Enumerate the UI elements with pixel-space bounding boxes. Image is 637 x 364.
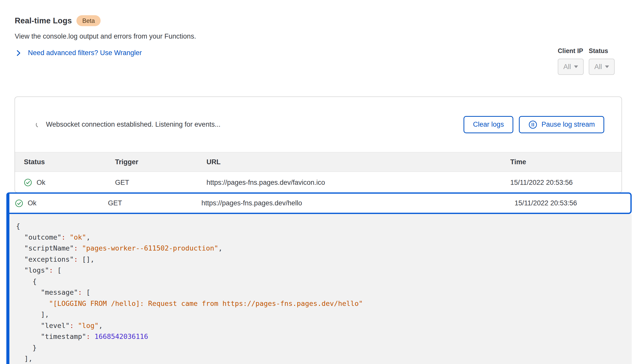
- log-row-hello[interactable]: Ok GET https://pages-fns.pages.dev/hello…: [9, 192, 632, 214]
- filter-client-ip-label: Client IP: [558, 47, 584, 55]
- clear-logs-label: Clear logs: [473, 121, 504, 128]
- row-url: https://pages-fns.pages.dev/hello: [201, 199, 515, 207]
- page-title: Real-time Logs: [15, 16, 72, 25]
- filter-client-ip-dropdown[interactable]: All: [558, 59, 584, 75]
- filter-status: Status All: [589, 47, 615, 75]
- pause-icon: [528, 120, 537, 129]
- log-row-favicon[interactable]: Ok GET https://pages-fns.pages.dev/favic…: [15, 172, 622, 193]
- table-header: Status Trigger URL Time: [15, 152, 622, 172]
- filter-status-dropdown[interactable]: All: [589, 59, 615, 75]
- caret-down-icon: [605, 65, 609, 68]
- spinner-icon: [35, 121, 42, 128]
- websocket-status-text: Websocket connection established. Listen…: [46, 121, 220, 128]
- filter-client-ip-value: All: [563, 63, 571, 71]
- pause-log-stream-button[interactable]: Pause log stream: [519, 116, 604, 133]
- check-circle-icon: [24, 178, 32, 187]
- chevron-right-icon: [16, 49, 21, 57]
- json-viewer: { "outcome": "ok", "scriptName": "pages-…: [9, 214, 632, 364]
- column-url: URL: [206, 158, 510, 166]
- page-header: Real-time Logs Beta: [15, 15, 101, 26]
- filters: Client IP All Status All: [558, 47, 615, 75]
- beta-badge: Beta: [76, 15, 101, 26]
- expanded-log-entry: Ok GET https://pages-fns.pages.dev/hello…: [6, 192, 632, 364]
- filter-client-ip: Client IP All: [558, 47, 584, 75]
- column-status: Status: [24, 158, 115, 166]
- toolbar-buttons: Clear logs Pause log stream: [464, 116, 604, 133]
- row-status: Ok: [37, 179, 45, 187]
- page-subtitle: View the console.log output and errors f…: [15, 32, 196, 40]
- caret-down-icon: [574, 65, 578, 68]
- websocket-status: Websocket connection established. Listen…: [35, 121, 220, 128]
- check-circle-icon: [15, 199, 23, 207]
- row-trigger: GET: [115, 179, 206, 187]
- wrangler-link[interactable]: Need advanced filters? Use Wrangler: [16, 49, 142, 57]
- logs-card: Websocket connection established. Listen…: [14, 96, 622, 193]
- wrangler-link-label: Need advanced filters? Use Wrangler: [28, 49, 142, 57]
- row-status: Ok: [28, 199, 37, 207]
- filter-status-label: Status: [589, 47, 615, 55]
- row-time: 15/11/2022 20:53:56: [515, 199, 630, 207]
- pause-log-stream-label: Pause log stream: [542, 121, 595, 128]
- logs-toolbar: Websocket connection established. Listen…: [15, 97, 622, 152]
- clear-logs-button[interactable]: Clear logs: [464, 116, 513, 133]
- row-url: https://pages-fns.pages.dev/favicon.ico: [206, 179, 510, 187]
- filter-status-value: All: [594, 63, 602, 71]
- row-time: 15/11/2022 20:53:56: [510, 179, 622, 187]
- column-trigger: Trigger: [115, 158, 206, 166]
- row-trigger: GET: [108, 199, 201, 207]
- column-time: Time: [510, 158, 622, 166]
